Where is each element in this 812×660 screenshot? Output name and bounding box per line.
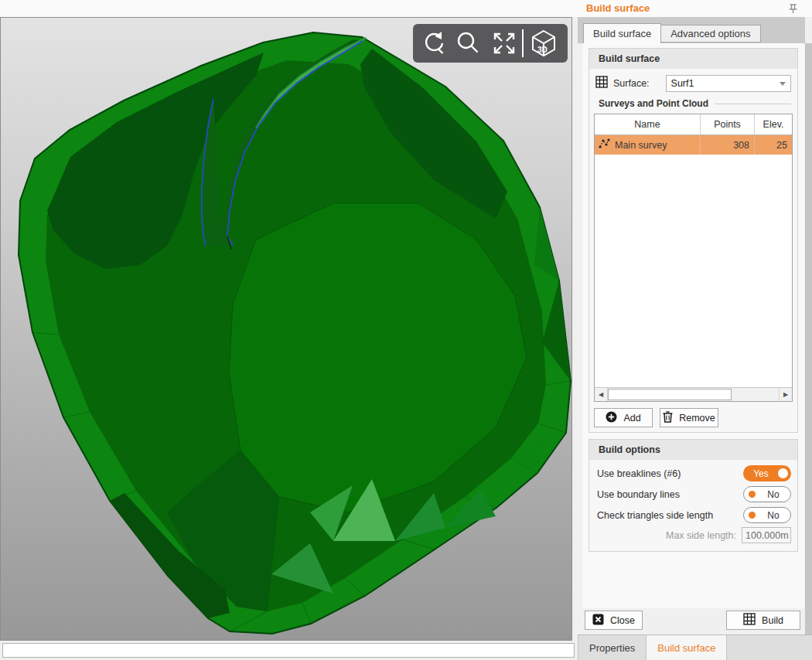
build-surface-group: Build surface Surface: Surf1 Surveys bbox=[589, 48, 798, 433]
close-button[interactable]: Close bbox=[585, 611, 643, 630]
group-title: Build surface bbox=[599, 53, 660, 64]
trash-icon bbox=[663, 411, 673, 425]
tab-label: Build surface bbox=[593, 28, 651, 39]
option-label-boundary: Use boundary lines bbox=[597, 489, 680, 500]
group-header: Build surface bbox=[589, 49, 797, 69]
build-surface-panel: Build surface Build surface Advanced opt… bbox=[578, 0, 812, 660]
tab-advanced-options[interactable]: Advanced options bbox=[661, 25, 760, 43]
surveys-table: Name Points Elev. Main survey bbox=[594, 114, 793, 402]
panel-title: Build surface bbox=[586, 2, 650, 14]
tab-label: Advanced options bbox=[670, 28, 750, 39]
max-side-value: 100.000m bbox=[745, 530, 789, 541]
pin-icon[interactable] bbox=[788, 3, 798, 17]
surface-dropdown[interactable]: Surf1 bbox=[666, 75, 791, 92]
remove-button[interactable]: Remove bbox=[660, 408, 718, 427]
build-grid-icon bbox=[743, 613, 756, 628]
table-row[interactable]: Main survey 308 25 bbox=[595, 135, 792, 155]
zoom-icon[interactable] bbox=[449, 24, 486, 63]
terrain-surface bbox=[1, 18, 571, 640]
cube-3d-label: 3D bbox=[537, 46, 548, 54]
scroll-left-icon[interactable]: ◀ bbox=[595, 388, 608, 401]
view-3d-cube-icon[interactable]: 3D bbox=[524, 24, 564, 63]
bottom-tab-build-surface[interactable]: Build surface bbox=[647, 635, 727, 660]
toggle-value: No bbox=[767, 489, 779, 500]
scrollbar-thumb[interactable] bbox=[608, 389, 732, 400]
horizontal-scrollbar[interactable]: ◀ ▶ bbox=[595, 387, 792, 401]
build-button-label: Build bbox=[762, 615, 783, 626]
panel-button-row: Close Build bbox=[578, 610, 805, 631]
plus-icon bbox=[606, 411, 617, 425]
max-side-input[interactable]: 100.000m bbox=[742, 527, 791, 543]
status-bar bbox=[0, 641, 578, 660]
divider bbox=[715, 104, 791, 104]
toggle-value: Yes bbox=[753, 468, 769, 479]
row-points: 308 bbox=[701, 135, 755, 155]
add-button[interactable]: Add bbox=[594, 408, 653, 427]
close-button-label: Close bbox=[610, 615, 635, 626]
bottom-tab-properties[interactable]: Properties bbox=[578, 635, 647, 660]
toggle-boundary[interactable]: No bbox=[743, 486, 791, 502]
group-header: Build options bbox=[589, 440, 797, 460]
fit-view-icon[interactable] bbox=[486, 24, 522, 63]
3d-viewport[interactable]: 3D bbox=[0, 17, 572, 641]
toggle-dot bbox=[749, 491, 756, 498]
grid-icon bbox=[595, 76, 608, 91]
option-label-triangles: Check triangles side length bbox=[597, 510, 713, 521]
remove-button-label: Remove bbox=[679, 413, 715, 424]
add-button-label: Add bbox=[623, 413, 640, 424]
command-input[interactable] bbox=[2, 643, 575, 658]
panel-tabbar: Build surface Advanced options bbox=[578, 17, 805, 43]
max-side-label: Max side length: bbox=[666, 530, 736, 541]
group-title: Build options bbox=[599, 444, 660, 455]
close-icon bbox=[592, 614, 604, 628]
tab-build-surface[interactable]: Build surface bbox=[583, 23, 661, 43]
rotate-view-icon[interactable] bbox=[413, 24, 449, 63]
bottom-tab-label: Build surface bbox=[657, 642, 715, 654]
survey-icon bbox=[599, 138, 610, 151]
toggle-triangles[interactable]: No bbox=[743, 507, 791, 523]
column-header-points[interactable]: Points bbox=[701, 114, 755, 134]
viewport-top-strip bbox=[0, 0, 578, 17]
surveys-title: Surveys and Point Cloud bbox=[599, 98, 708, 109]
build-options-group: Build options Use breaklines (#6) Yes Us… bbox=[589, 439, 798, 552]
row-elev: 25 bbox=[755, 135, 792, 155]
scroll-right-icon[interactable]: ▶ bbox=[779, 388, 792, 401]
surface-dropdown-value: Surf1 bbox=[671, 78, 694, 89]
table-header-row: Name Points Elev. bbox=[595, 114, 792, 135]
surveys-section: Surveys and Point Cloud bbox=[589, 95, 797, 112]
toggle-breaklines[interactable]: Yes bbox=[743, 465, 791, 481]
table-empty-area bbox=[595, 155, 792, 387]
toggle-dot bbox=[749, 512, 756, 519]
chevron-down-icon bbox=[780, 82, 786, 86]
toggle-value: No bbox=[767, 510, 779, 521]
build-button[interactable]: Build bbox=[726, 611, 800, 630]
tab-page: Build surface Surface: Surf1 Surveys bbox=[582, 43, 804, 608]
column-header-name[interactable]: Name bbox=[595, 114, 701, 134]
row-name: Main survey bbox=[615, 140, 667, 151]
panel-edge-strip bbox=[805, 43, 812, 634]
panel-header: Build surface bbox=[578, 0, 812, 17]
toggle-knob bbox=[778, 468, 788, 478]
bottom-tabbar: Properties Build surface bbox=[578, 634, 812, 660]
surface-label: Surface: bbox=[613, 78, 650, 89]
option-label-breaklines: Use breaklines (#6) bbox=[597, 468, 681, 479]
viewport-toolbar: 3D bbox=[413, 24, 568, 63]
column-header-elev[interactable]: Elev. bbox=[755, 114, 792, 134]
bottom-tab-label: Properties bbox=[589, 642, 635, 654]
